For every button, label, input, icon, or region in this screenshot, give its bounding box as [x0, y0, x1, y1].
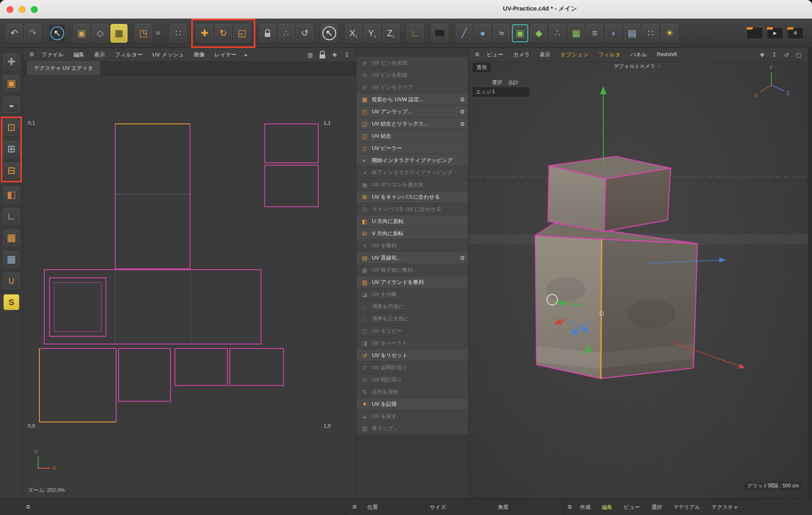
undo-icon[interactable]: ↶ [6, 24, 23, 43]
viewport-hamburger-icon[interactable]: ≡ [473, 50, 482, 59]
camera-tag-icon[interactable]: ∷ [642, 24, 659, 43]
spline-tool-icon[interactable]: ╱ [456, 24, 473, 43]
uv-menu-item[interactable]: ⊟V 方向に反転 [356, 227, 468, 240]
uv-menu-item[interactable]: ▼UV を記憶 [356, 398, 468, 410]
rotate-step-icon[interactable]: ↺ [296, 24, 313, 43]
menu-item-編集[interactable]: 編集 [69, 51, 89, 58]
zoom-button[interactable] [31, 6, 38, 13]
x-axis-lock-icon[interactable]: XL [345, 24, 362, 43]
rotate-tool-icon[interactable]: ↻ [215, 24, 232, 43]
quantize-icon[interactable]: ▦ [110, 24, 127, 43]
points-mode-icon[interactable]: ⊡ [3, 119, 19, 136]
vp-rotate-icon[interactable]: ↺ [781, 50, 792, 60]
move-tool-icon[interactable]: ✚ [196, 24, 213, 43]
upper-cube[interactable] [548, 156, 671, 232]
uv-menu-item[interactable]: ⊠UV をキャンバスに合わせる [356, 191, 468, 203]
gear-icon[interactable]: ⚙ [460, 255, 465, 261]
menu-item-UV メッシュ[interactable]: UV メッシュ [148, 51, 189, 58]
bottom-menu-選択[interactable]: 選択 [651, 504, 662, 511]
uv-menu-item[interactable]: ▦投影から UVW 設定...⚙ [356, 93, 468, 106]
vp-pan-icon[interactable]: ✚ [757, 50, 767, 60]
lock-small-icon[interactable] [317, 50, 328, 60]
uv-menu-item[interactable]: ▥UV アイランドを整列 [356, 276, 468, 288]
coordinates-hamburger-icon[interactable]: ≡ [350, 503, 359, 511]
cube-array-icon[interactable]: ▦ [568, 24, 585, 43]
workplane-axis-icon[interactable]: ∟ [3, 208, 19, 224]
uv-menu-item[interactable]: ◲UV 結合とリラックス...⚙ [356, 118, 468, 130]
snap-icon[interactable]: S [3, 294, 19, 310]
uv-island-bottom-2[interactable] [118, 348, 171, 402]
tab-texture-uv-editor[interactable]: テクスチャ UV エディタ [27, 61, 100, 75]
gear-icon[interactable]: ⚙ [460, 96, 465, 103]
uv-island-bottom-4[interactable] [229, 348, 284, 386]
uv-menu-item[interactable]: ◰UV アンラップ...⚙ [356, 106, 468, 118]
bottom-menu-テクスチャ[interactable]: テクスチャ [712, 504, 739, 511]
uv-menu-item[interactable]: ▤UV 直線化...⚙ [356, 252, 468, 264]
menu-item-Redshift[interactable]: Redshift [652, 51, 682, 58]
uv-island-bottom-3[interactable] [175, 348, 228, 386]
render-view-icon[interactable] [745, 24, 764, 43]
viewport-solo-icon[interactable] [431, 24, 448, 43]
vp-maximize-icon[interactable]: ▢ [793, 50, 804, 60]
menu-item-画像[interactable]: 画像 [189, 51, 209, 58]
object-axis-icon[interactable]: ▣ [3, 75, 19, 91]
pan-icon[interactable]: ✚ [329, 50, 340, 60]
close-button[interactable] [6, 6, 13, 13]
pen-tool-icon[interactable]: ≈ [493, 24, 510, 43]
uv-island-cross-column[interactable] [115, 123, 190, 269]
menu-overflow-icon[interactable]: ▸ [242, 52, 251, 58]
redo-icon[interactable]: ↷ [24, 24, 41, 43]
primitive-sphere-icon[interactable]: ● [474, 24, 491, 43]
align-tool-icon[interactable]: ≡ [586, 24, 603, 43]
render-settings-icon[interactable]: ⚙ [786, 24, 805, 43]
matrix-icon[interactable]: ∷ [170, 24, 187, 43]
texture-sphere-icon[interactable]: ◒ [3, 97, 19, 113]
cursor-circle-icon[interactable]: ↖ [321, 24, 338, 43]
uv-canvas[interactable]: 0,1 1,1 0,0 1,0 ズーム: 202.0% V U [23, 76, 356, 498]
z-axis-lock-icon[interactable]: ZL [382, 24, 400, 43]
workplane-icon[interactable]: ◳ [135, 24, 152, 43]
light-icon[interactable]: ☀ [661, 24, 678, 43]
selected-edge[interactable] [601, 239, 602, 379]
minimize-button[interactable] [19, 6, 26, 13]
render-icon[interactable]: ▶ [766, 24, 784, 43]
bottom-menu-作成[interactable]: 作成 [580, 504, 591, 511]
uv-menu-item[interactable]: ◫UV 結合 [356, 130, 468, 142]
menu-item-フィルター[interactable]: フィルター [110, 51, 148, 58]
soft-selection-icon[interactable]: ∴ [278, 24, 295, 43]
gear-icon[interactable]: ⚙ [460, 121, 465, 127]
menu-item-レイヤー[interactable]: レイヤー [209, 51, 242, 58]
polygons-mode-icon[interactable]: ⊟ [3, 162, 19, 179]
tool-gear-icon[interactable]: ⚙ [153, 27, 162, 39]
projection-label[interactable]: 透視 [473, 63, 491, 72]
uv-island-top-right-b[interactable] [264, 165, 319, 207]
bottom-left-hamburger-icon[interactable]: ≡ [24, 503, 33, 511]
menu-item-表示[interactable]: 表示 [89, 51, 110, 58]
modeling-tool-icon[interactable]: ◇ [92, 24, 109, 43]
cube-tool-icon[interactable]: ▣ [73, 24, 90, 43]
frame-icon[interactable]: ↧ [341, 50, 352, 60]
array-atoms-icon[interactable]: ∴ [549, 24, 566, 43]
upper-cube-right-face[interactable] [604, 168, 671, 232]
scale-tool-icon[interactable]: ◱ [233, 24, 251, 43]
uv-island-top-right-a[interactable] [264, 123, 319, 163]
volume-icon[interactable]: ◗ [605, 24, 622, 43]
menu-item-フィルタ[interactable]: フィルタ [593, 51, 625, 58]
coordinate-system-icon[interactable]: ∟ [407, 24, 424, 43]
menu-item-ビュー[interactable]: ビュー [482, 51, 508, 58]
edges-mode-icon[interactable]: ⊞ [3, 141, 19, 157]
prism-icon[interactable]: ◆ [530, 24, 547, 43]
uv-mesh-orange-icon[interactable]: ▦ [3, 229, 19, 246]
uv-menu-item[interactable]: ◧U 方向に反転 [356, 215, 468, 227]
uv-hamburger-icon[interactable]: ≡ [27, 50, 37, 59]
lock-icon[interactable] [259, 24, 276, 43]
stats-icon[interactable]: ▥ [305, 50, 315, 60]
magnet-icon[interactable]: ∪ [3, 273, 19, 289]
bottom-menu-hamburger-icon[interactable]: ≡ [565, 503, 574, 511]
world-axis-icon[interactable]: ✚ [3, 54, 19, 70]
menu-item-表示[interactable]: 表示 [535, 51, 555, 58]
edit-poly-icon[interactable]: ▣ [512, 24, 529, 43]
bottom-menu-編集[interactable]: 編集 [602, 504, 613, 511]
bottom-menu-マテリアル[interactable]: マテリアル [673, 504, 700, 511]
menu-item-カメラ[interactable]: カメラ [508, 51, 535, 58]
